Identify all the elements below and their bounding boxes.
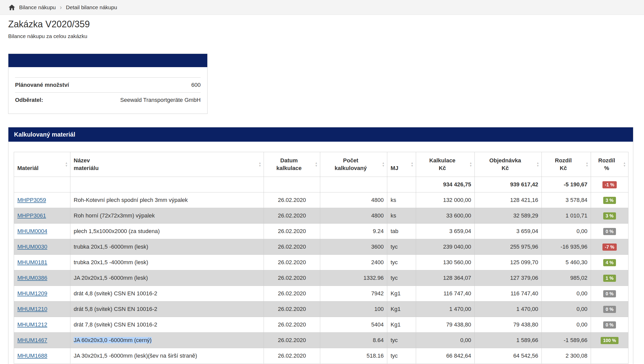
pct-badge: 100 % bbox=[601, 337, 618, 344]
cell-rozdil: -1 589,66 bbox=[542, 333, 591, 348]
column-header-objednavka-kc[interactable]: Objednávka Kč▲▼ bbox=[475, 152, 542, 177]
cell-material: MHUM1209 bbox=[14, 286, 70, 301]
material-code-link[interactable]: MHUM0004 bbox=[17, 228, 47, 234]
material-code-link[interactable]: MHPP3061 bbox=[17, 212, 46, 219]
cell-date: 26.02.2020 bbox=[264, 301, 320, 317]
cell-date: 26.02.2020 bbox=[264, 255, 320, 270]
cell-material: MHUM1467 bbox=[14, 333, 70, 348]
cell-name: drát 7,8 (svitek) CSN EN 10016-2 bbox=[70, 317, 264, 333]
table-row: MHUM0386JA 20x20x1,5 -6000mm (lesk)26.02… bbox=[14, 270, 628, 286]
column-header-label: Datum kalkulace bbox=[276, 157, 302, 171]
column-header-label: Materiál bbox=[17, 165, 38, 171]
column-header-pocet-kalkulovany[interactable]: Počet kalkulovaný▲▼ bbox=[320, 152, 387, 177]
sort-icon: ▲▼ bbox=[382, 162, 385, 167]
home-link[interactable] bbox=[9, 5, 15, 10]
column-header-label: Název materiálu bbox=[74, 157, 99, 171]
column-header-material[interactable]: Materiál▲▼ bbox=[14, 152, 70, 177]
cell-mj: ks bbox=[387, 192, 416, 208]
material-code-link[interactable]: MHUM0181 bbox=[17, 259, 47, 265]
cell-kalkulace: 0,00 bbox=[416, 333, 475, 348]
cell-qty: 4800 bbox=[320, 192, 387, 208]
material-code-link[interactable]: MHUM1210 bbox=[17, 306, 47, 312]
cell-kalkulace: 66 842,64 bbox=[416, 348, 475, 364]
material-code-link[interactable]: MHUM1209 bbox=[17, 290, 47, 297]
cell-name: plech 1,5x1000x2000 (za studena) bbox=[70, 224, 264, 239]
column-header-label: Rozdíl Kč bbox=[555, 157, 572, 171]
column-header-mj[interactable]: MJ▲▼ bbox=[387, 152, 416, 177]
column-header-label: Kalkulace Kč bbox=[429, 157, 456, 171]
cell-mj: tyc bbox=[387, 239, 416, 255]
cell-mj: Kg1 bbox=[387, 301, 416, 317]
cell-objednavka: 3 659,04 bbox=[475, 224, 542, 239]
column-header-nazev-materialu[interactable]: Název materiálu▲▼ bbox=[70, 152, 264, 177]
sort-icon: ▲▼ bbox=[623, 162, 626, 167]
cell-rozdil-pct bbox=[591, 348, 628, 364]
cell-rozdil-pct: 0 % bbox=[591, 224, 628, 239]
cell-material: MHUM1212 bbox=[14, 317, 70, 333]
pct-badge: 0 % bbox=[603, 321, 616, 329]
summary-cell-material bbox=[14, 177, 70, 192]
material-code-link[interactable]: MHPP3059 bbox=[17, 197, 46, 203]
cell-kalkulace: 239 040,00 bbox=[416, 239, 475, 255]
sort-icon: ▲▼ bbox=[411, 162, 414, 167]
pct-badge: 3 % bbox=[603, 197, 616, 204]
cell-qty: 1332.96 bbox=[320, 270, 387, 286]
cell-rozdil-pct: 1 % bbox=[591, 270, 628, 286]
material-code-link[interactable]: MHUM1688 bbox=[17, 353, 47, 359]
material-code-link[interactable]: MHUM0386 bbox=[17, 275, 47, 281]
table-row: MHUM0030trubka 20x1,5 -6000mm (lesk)26.0… bbox=[14, 239, 628, 255]
cell-rozdil-pct: 3 % bbox=[591, 208, 628, 224]
cell-rozdil: 5 460,30 bbox=[542, 255, 591, 270]
cell-kalkulace: 116 747,40 bbox=[416, 286, 475, 301]
breadcrumb-item-detail: Detail bilance nákupu bbox=[66, 4, 117, 10]
cell-rozdil-pct: 0 % bbox=[591, 317, 628, 333]
cell-rozdil-pct: -7 % bbox=[591, 239, 628, 255]
cell-mj: Kg1 bbox=[387, 286, 416, 301]
column-header-label: MJ bbox=[391, 165, 398, 171]
column-header-label: Objednávka Kč bbox=[489, 157, 521, 171]
sort-icon: ▲▼ bbox=[315, 162, 318, 167]
summary-cell-objednavka: 939 617,42 bbox=[475, 177, 542, 192]
material-code-link[interactable]: MHUM1212 bbox=[17, 321, 47, 328]
cell-rozdil: 0,00 bbox=[542, 301, 591, 317]
sort-icon: ▲▼ bbox=[65, 162, 68, 167]
order-card-header bbox=[8, 54, 207, 67]
cell-rozdil-pct: 4 % bbox=[591, 255, 628, 270]
column-header-label: Počet kalkulovaný bbox=[335, 157, 367, 171]
pct-badge: 0 % bbox=[603, 306, 616, 313]
cell-objednavka: 79 438,80 bbox=[475, 317, 542, 333]
calculated-material-panel: Kalkulovaný materiál Materiál▲▼Název mat… bbox=[8, 127, 633, 364]
cell-qty: 9.24 bbox=[320, 224, 387, 239]
pct-badge: -1 % bbox=[602, 181, 616, 188]
cell-date: 26.02.2020 bbox=[264, 317, 320, 333]
column-header-rozdil-kc[interactable]: Rozdíl Kč▲▼ bbox=[542, 152, 591, 177]
cell-qty: 3600 bbox=[320, 239, 387, 255]
breadcrumb-item-bilance-nakupu[interactable]: Bilance nákupu bbox=[19, 4, 56, 10]
cell-rozdil: 985,02 bbox=[542, 270, 591, 286]
material-code-link[interactable]: MHUM1467 bbox=[17, 337, 47, 343]
material-code-link[interactable]: MHUM0030 bbox=[17, 244, 47, 250]
cell-date: 26.02.2020 bbox=[264, 333, 320, 348]
cell-objednavka: 125 099,70 bbox=[475, 255, 542, 270]
column-header-datum-kalkulace[interactable]: Datum kalkulace▲▼ bbox=[264, 152, 320, 177]
cell-date: 26.02.2020 bbox=[264, 239, 320, 255]
cell-rozdil-pct: 100 % bbox=[591, 333, 628, 348]
cell-kalkulace: 1 470,00 bbox=[416, 301, 475, 317]
summary-row: 934 426,75939 617,42-5 190,67-1 % bbox=[14, 177, 628, 192]
cell-name: JA 30x20x1,5 -6000mm (lesk)(šev na širší… bbox=[70, 348, 264, 364]
cell-qty: 2400 bbox=[320, 255, 387, 270]
order-card-body: Plánované množství 600 Odběratel: Seewal… bbox=[8, 67, 207, 114]
cell-kalkulace: 132 000,00 bbox=[416, 192, 475, 208]
column-header-rozdil-pct[interactable]: Rozdíl %▲▼ bbox=[591, 152, 628, 177]
cell-material: MHPP3059 bbox=[14, 192, 70, 208]
cell-mj: Kg1 bbox=[387, 317, 416, 333]
column-header-kalkulace-kc[interactable]: Kalkulace Kč▲▼ bbox=[416, 152, 475, 177]
breadcrumb: Bilance nákupu › Detail bilance nákupu bbox=[0, 0, 644, 15]
column-header-label: Rozdíl % bbox=[598, 157, 615, 171]
cell-rozdil-pct: 0 % bbox=[591, 286, 628, 301]
pct-badge: -7 % bbox=[602, 244, 616, 251]
cell-objednavka: 1 470,00 bbox=[475, 301, 542, 317]
summary-cell-qty bbox=[320, 177, 387, 192]
breadcrumb-separator-icon: › bbox=[60, 4, 62, 10]
pct-badge: 3 % bbox=[603, 212, 616, 220]
